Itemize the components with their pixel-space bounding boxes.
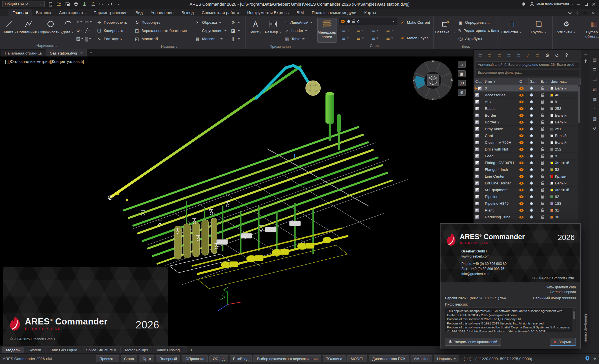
- lock-icon[interactable]: [541, 183, 544, 185]
- layer-row[interactable]: ▶ Border Белый: [474, 112, 581, 119]
- layer-color-cell[interactable]: Белый: [549, 119, 581, 125]
- column-linecolor[interactable]: Цвет ли...: [549, 78, 581, 85]
- palette-rail-icon[interactable]: ❏: [593, 77, 596, 82]
- layer-row[interactable]: ▶ Drills with Nut 252: [474, 146, 581, 153]
- layer-color-cell[interactable]: 253: [549, 105, 581, 112]
- layer-row[interactable]: ▶ Line Center Кр..ый: [474, 173, 581, 180]
- freeze-icon[interactable]: [529, 106, 533, 110]
- modify-tool[interactable]: ∥: [229, 35, 243, 43]
- status-toggle[interactable]: Выбор циклического переключения: [253, 355, 321, 362]
- layers-toolbar-icon[interactable]: ≣: [495, 51, 504, 60]
- panel-button[interactable]: ❏ Группы: [528, 18, 550, 43]
- new-document-tab-button[interactable]: +: [87, 50, 94, 56]
- modify-command[interactable]: ↻Повернуть: [133, 18, 192, 27]
- layer-color-cell[interactable]: 31: [549, 207, 581, 213]
- modify-command[interactable]: ◜Скругление: [194, 27, 228, 35]
- block-command[interactable]: ▣Определить...: [457, 18, 495, 27]
- layer-color-cell[interactable]: 252: [549, 146, 581, 152]
- viewport-view-label[interactable]: [-][Юго-запад изометрия][Концептуальный]: [5, 59, 84, 64]
- model-tab[interactable]: Motor Phillips: [121, 346, 152, 353]
- status-toggle[interactable]: Сетка: [121, 355, 137, 362]
- block-command[interactable]: ✎Редактировать блок: [457, 27, 495, 35]
- draw-tool-icon[interactable]: ╱: [84, 26, 92, 34]
- lock-icon[interactable]: [541, 122, 544, 124]
- layers-toolbar-icon[interactable]: ≣: [504, 51, 513, 60]
- show-icon[interactable]: [519, 148, 524, 151]
- freeze-icon[interactable]: [529, 147, 533, 151]
- graebert-link[interactable]: www.graebert.com: [445, 285, 576, 289]
- ribbon-tab[interactable]: BIM: [292, 9, 308, 16]
- palette-rail-icon[interactable]: ◔: [593, 106, 596, 111]
- ribbon-tab[interactable]: Совместная работа: [198, 9, 243, 16]
- show-icon[interactable]: [519, 134, 524, 137]
- palette-rail-icon[interactable]: ▥: [593, 116, 596, 121]
- layer-color-cell[interactable]: Желтый: [549, 160, 581, 166]
- model-tab[interactable]: Splice Structure A: [82, 346, 120, 353]
- undo-button[interactable]: [98, 1, 105, 8]
- layers-toolbar-icon[interactable]: ≣: [533, 51, 542, 60]
- layers-toolbar-icon[interactable]: ↺: [552, 51, 561, 60]
- model-tab[interactable]: Модель: [2, 346, 24, 353]
- freeze-icon[interactable]: [529, 174, 533, 178]
- status-toggle[interactable]: Привязка: [96, 355, 119, 362]
- layer-tool-icon[interactable]: ≣: [382, 26, 397, 34]
- line-button[interactable]: Линия: [2, 18, 17, 43]
- layer-row[interactable]: ▶ Bray Valve 251: [474, 126, 581, 132]
- modify-command[interactable]: ▦Массив...: [194, 35, 228, 43]
- pin-panel-icon[interactable]: [584, 59, 587, 64]
- palette-rail-icon[interactable]: ▧: [593, 87, 596, 92]
- status-toggle[interactable]: Полярный: [156, 355, 180, 362]
- ribbon-tab[interactable]: Вставка: [32, 9, 55, 16]
- layer-row[interactable]: ▶ 0 Белый: [474, 85, 581, 92]
- collapse-ribbon-icon[interactable]: [568, 11, 572, 14]
- ribbon-tab[interactable]: Главная: [8, 9, 32, 16]
- maximize-button[interactable]: [585, 3, 588, 6]
- column-show[interactable]: От...: [518, 78, 529, 85]
- status-toggle[interactable]: Динамическая ПСК: [369, 355, 409, 362]
- email[interactable]: info@graebert.com: [461, 271, 575, 276]
- company-site[interactable]: www.graebert.com: [461, 254, 575, 259]
- modify-command[interactable]: ❏Копировать: [96, 27, 132, 35]
- freeze-icon[interactable]: [529, 208, 533, 212]
- column-freeze[interactable]: За...: [529, 78, 539, 85]
- add-sheet-button[interactable]: +: [188, 347, 195, 353]
- show-icon[interactable]: [519, 94, 524, 97]
- freeze-icon[interactable]: [529, 181, 533, 185]
- modify-command[interactable]: ✂Обрезка: [194, 18, 228, 27]
- layer-color-cell[interactable]: Кр..ый: [549, 173, 581, 180]
- layer-action[interactable]: ✓Make Current: [399, 18, 431, 27]
- layer-tool-icon[interactable]: ≣: [338, 34, 353, 42]
- show-icon[interactable]: [519, 195, 524, 198]
- layer-tool-icon[interactable]: ≣: [353, 34, 368, 42]
- open-file-button[interactable]: [55, 1, 63, 8]
- ribbon-tab[interactable]: Карты: [360, 9, 380, 16]
- annotation-dropdown[interactable]: Надпись: [434, 355, 459, 362]
- app-notifications-button[interactable]: Уведомления приложений: [445, 338, 501, 346]
- layers-toolbar-icon[interactable]: ⚙: [543, 51, 552, 60]
- layer-color-cell[interactable]: Белый: [549, 85, 581, 91]
- layer-row[interactable]: ▶ Card Белый: [474, 132, 581, 139]
- layer-color-cell[interactable]: 9: [549, 153, 581, 159]
- notifications-bell-icon[interactable]: [522, 2, 526, 6]
- dimension-button[interactable]: Размер: [265, 18, 281, 43]
- column-name[interactable]: Имя▲: [483, 78, 518, 85]
- freeze-icon[interactable]: [529, 154, 533, 158]
- panel-button[interactable]: ▥ Буфер обмена: [582, 18, 599, 43]
- panel-button[interactable]: ▤ Свойства: [500, 18, 523, 43]
- lock-icon[interactable]: [541, 115, 544, 117]
- viewport-control-button[interactable]: ▣: [458, 70, 466, 77]
- layer-color-cell[interactable]: 9: [549, 99, 581, 105]
- panel-menu-icon[interactable]: ≡: [584, 51, 587, 56]
- show-icon[interactable]: [519, 202, 524, 205]
- lock-icon[interactable]: [541, 162, 544, 165]
- annotation-command[interactable]: ∟Линейный: [283, 18, 312, 27]
- show-icon[interactable]: [519, 175, 524, 178]
- palette-rail-icon[interactable]: ▤: [593, 57, 596, 62]
- layer-row[interactable]: ▶ Aux 9: [474, 99, 581, 105]
- modify-command[interactable]: ◰Масштаб: [133, 35, 192, 43]
- modify-command[interactable]: ✛Переместить: [96, 18, 132, 27]
- draw-tool-icon[interactable]: ▭: [84, 18, 92, 26]
- draw-tool-icon[interactable]: ▒: [84, 35, 92, 43]
- draw-tool-icon[interactable]: ⊙: [75, 26, 84, 34]
- target-icon[interactable]: ⌖: [593, 356, 596, 362]
